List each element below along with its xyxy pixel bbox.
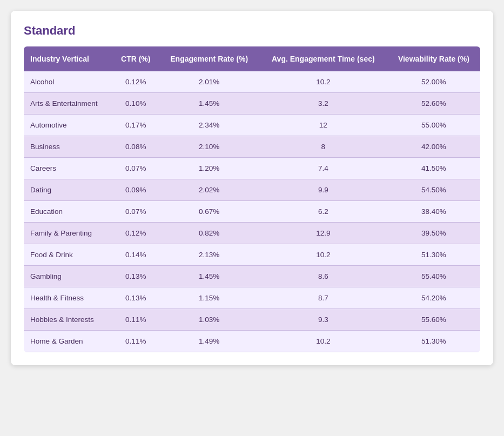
card-title: Standard [24, 24, 480, 38]
cell-1-2: 1.45% [159, 93, 259, 115]
cell-0-2: 2.01% [159, 71, 259, 93]
cell-10-4: 54.20% [387, 287, 480, 309]
cell-0-4: 52.00% [387, 71, 480, 93]
cell-8-2: 2.13% [159, 244, 259, 266]
table-row: Hobbies & Interests0.11%1.03%9.355.60% [24, 309, 480, 331]
cell-5-0: Dating [24, 179, 112, 201]
cell-2-1: 0.17% [112, 115, 159, 136]
cell-5-3: 9.9 [259, 179, 387, 201]
data-table: Industry VerticalCTR (%)Engagement Rate … [24, 46, 480, 352]
col-header-3: Avg. Engagement Time (sec) [259, 46, 387, 71]
cell-7-3: 12.9 [259, 223, 387, 244]
cell-9-4: 55.40% [387, 266, 480, 287]
cell-6-4: 38.40% [387, 201, 480, 223]
cell-5-2: 2.02% [159, 179, 259, 201]
cell-8-0: Food & Drink [24, 244, 112, 266]
col-header-2: Engagement Rate (%) [159, 46, 259, 71]
cell-10-1: 0.13% [112, 287, 159, 309]
cell-12-2: 1.49% [159, 331, 259, 352]
cell-11-3: 9.3 [259, 309, 387, 331]
cell-0-3: 10.2 [259, 71, 387, 93]
cell-7-0: Family & Parenting [24, 223, 112, 244]
table-row: Alcohol0.12%2.01%10.252.00% [24, 71, 480, 93]
cell-11-1: 0.11% [112, 309, 159, 331]
cell-12-1: 0.11% [112, 331, 159, 352]
cell-1-0: Arts & Entertainment [24, 93, 112, 115]
table-row: Arts & Entertainment0.10%1.45%3.252.60% [24, 93, 480, 115]
table-row: Gambling0.13%1.45%8.655.40% [24, 266, 480, 287]
table-row: Automotive0.17%2.34%1255.00% [24, 115, 480, 136]
cell-1-4: 52.60% [387, 93, 480, 115]
cell-4-4: 41.50% [387, 158, 480, 179]
table-body: Alcohol0.12%2.01%10.252.00%Arts & Entert… [24, 71, 480, 352]
cell-8-3: 10.2 [259, 244, 387, 266]
cell-6-1: 0.07% [112, 201, 159, 223]
cell-11-2: 1.03% [159, 309, 259, 331]
cell-0-0: Alcohol [24, 71, 112, 93]
cell-4-3: 7.4 [259, 158, 387, 179]
table-row: Education0.07%0.67%6.238.40% [24, 201, 480, 223]
cell-6-0: Education [24, 201, 112, 223]
cell-12-4: 51.30% [387, 331, 480, 352]
table-row: Food & Drink0.14%2.13%10.251.30% [24, 244, 480, 266]
cell-6-2: 0.67% [159, 201, 259, 223]
cell-3-0: Business [24, 136, 112, 158]
cell-9-1: 0.13% [112, 266, 159, 287]
cell-2-0: Automotive [24, 115, 112, 136]
cell-0-1: 0.12% [112, 71, 159, 93]
main-card: Standard Industry VerticalCTR (%)Engagem… [11, 11, 493, 365]
table-header-row: Industry VerticalCTR (%)Engagement Rate … [24, 46, 480, 71]
table-row: Health & Fitness0.13%1.15%8.754.20% [24, 287, 480, 309]
cell-7-2: 0.82% [159, 223, 259, 244]
cell-11-4: 55.60% [387, 309, 480, 331]
col-header-4: Viewability Rate (%) [387, 46, 480, 71]
cell-8-4: 51.30% [387, 244, 480, 266]
table-row: Dating0.09%2.02%9.954.50% [24, 179, 480, 201]
table-row: Home & Garden0.11%1.49%10.251.30% [24, 331, 480, 352]
cell-10-3: 8.7 [259, 287, 387, 309]
cell-4-2: 1.20% [159, 158, 259, 179]
cell-3-2: 2.10% [159, 136, 259, 158]
cell-5-1: 0.09% [112, 179, 159, 201]
table-row: Business0.08%2.10%842.00% [24, 136, 480, 158]
cell-7-1: 0.12% [112, 223, 159, 244]
cell-6-3: 6.2 [259, 201, 387, 223]
table-row: Family & Parenting0.12%0.82%12.939.50% [24, 223, 480, 244]
cell-2-3: 12 [259, 115, 387, 136]
cell-9-0: Gambling [24, 266, 112, 287]
col-header-0: Industry Vertical [24, 46, 112, 71]
cell-3-3: 8 [259, 136, 387, 158]
cell-9-2: 1.45% [159, 266, 259, 287]
cell-1-3: 3.2 [259, 93, 387, 115]
cell-10-0: Health & Fitness [24, 287, 112, 309]
cell-4-0: Careers [24, 158, 112, 179]
cell-12-3: 10.2 [259, 331, 387, 352]
cell-1-1: 0.10% [112, 93, 159, 115]
cell-7-4: 39.50% [387, 223, 480, 244]
cell-5-4: 54.50% [387, 179, 480, 201]
cell-8-1: 0.14% [112, 244, 159, 266]
col-header-1: CTR (%) [112, 46, 159, 71]
cell-12-0: Home & Garden [24, 331, 112, 352]
cell-3-4: 42.00% [387, 136, 480, 158]
cell-3-1: 0.08% [112, 136, 159, 158]
cell-10-2: 1.15% [159, 287, 259, 309]
cell-4-1: 0.07% [112, 158, 159, 179]
cell-11-0: Hobbies & Interests [24, 309, 112, 331]
cell-9-3: 8.6 [259, 266, 387, 287]
table-row: Careers0.07%1.20%7.441.50% [24, 158, 480, 179]
cell-2-2: 2.34% [159, 115, 259, 136]
cell-2-4: 55.00% [387, 115, 480, 136]
